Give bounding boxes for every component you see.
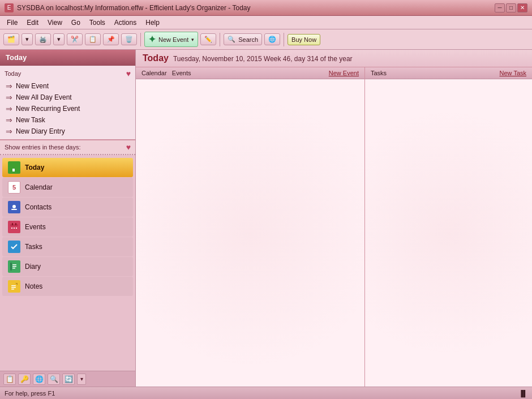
menu-file[interactable]: File	[2, 18, 22, 28]
toolbar-globe[interactable]: 🌐	[264, 33, 280, 45]
new-task-link[interactable]: New Task	[500, 70, 526, 76]
content-today-label: Today	[143, 53, 169, 63]
app-icon: E	[5, 3, 14, 12]
nav-items: Today 5 Calendar Contacts	[0, 155, 135, 371]
toolbar-delete[interactable]: 🗑️	[121, 33, 137, 45]
buy-now-button[interactable]: Buy Now	[288, 34, 320, 45]
sb-dropdown[interactable]: ▾	[77, 374, 86, 385]
heart-icon2: ♥	[126, 143, 131, 152]
sb-tool-2[interactable]: 🔑	[18, 374, 31, 385]
calendar-events-pane-header: Calendar Events New Event	[136, 67, 364, 79]
sidebar-header: Today	[0, 50, 135, 66]
calendar-nav-icon: 5	[8, 181, 20, 194]
svg-rect-22	[11, 287, 16, 288]
sb-tool-1[interactable]: 📋	[3, 374, 16, 385]
sb-tool-3[interactable]: 🌐	[33, 374, 45, 385]
nav-tasks[interactable]: Tasks	[2, 237, 133, 256]
calendar-nav-label: Calendar	[25, 183, 53, 191]
nav-events[interactable]: Events	[2, 217, 133, 237]
sidebar-header-label: Today	[6, 53, 27, 62]
show-entries-label: Show entries in these days:	[5, 144, 81, 151]
copy-icon: 📋	[89, 36, 97, 43]
new-event-arrow: ▾	[191, 37, 194, 42]
quick-link-new-recurring[interactable]: ⇒ New Recurring Event	[0, 103, 135, 114]
svg-rect-9	[15, 223, 16, 225]
search-icon: 🔍	[228, 36, 235, 43]
window-title: SYSDBA on localhost:My Information.effw …	[17, 4, 495, 12]
nav-calendar[interactable]: 5 Calendar	[2, 178, 133, 197]
menu-edit[interactable]: Edit	[22, 18, 43, 28]
close-button[interactable]: ✕	[517, 3, 527, 12]
quick-link-new-event-label: New Event	[16, 82, 49, 90]
svg-rect-7	[10, 224, 18, 226]
svg-marker-1	[10, 164, 18, 168]
status-right: ▐▌	[518, 390, 527, 397]
toolbar-edit-btn[interactable]: ✏️	[200, 33, 216, 45]
new-event-button[interactable]: ✦ New Event ▾	[144, 32, 198, 47]
content-date-info: Tuesday, November 10, 2015 Week 46, day …	[173, 55, 353, 63]
window-controls: ─ □ ✕	[495, 3, 527, 12]
svg-rect-10	[11, 228, 12, 229]
toolbar-print[interactable]: 🖨️	[35, 33, 51, 45]
contacts-nav-icon	[8, 201, 20, 213]
new-event-link[interactable]: New Event	[329, 70, 359, 76]
calendar-events-body	[136, 79, 364, 387]
arrow-new-task: ⇒	[6, 115, 12, 125]
heart-icon: ♥	[126, 69, 131, 78]
toolbar-cut[interactable]: ✂️	[67, 33, 83, 45]
print-icon: 🖨️	[39, 36, 47, 43]
menu-view[interactable]: View	[43, 18, 67, 28]
diary-nav-label: Diary	[25, 263, 41, 271]
svg-rect-18	[12, 268, 15, 269]
nav-diary[interactable]: Diary	[2, 257, 133, 276]
cut-icon: ✂️	[71, 36, 79, 43]
menu-actions[interactable]: Actions	[110, 18, 141, 28]
tasks-body	[365, 79, 532, 387]
nav-today[interactable]: Today	[2, 158, 133, 177]
quick-links-header: Today ♥	[0, 68, 135, 80]
search-button[interactable]: 🔍 Search	[224, 33, 262, 45]
search-label: Search	[238, 36, 258, 43]
quick-link-new-all-day[interactable]: ⇒ New All Day Event	[0, 92, 135, 103]
toolbar-separator2	[220, 33, 220, 46]
svg-rect-11	[14, 228, 15, 229]
sb-tool-4[interactable]: 🔍	[48, 374, 60, 385]
back-icon: 🗂️	[7, 36, 15, 43]
dropdown2-icon: ▾	[57, 36, 61, 43]
quick-link-new-diary-label: New Diary Entry	[16, 127, 65, 135]
svg-rect-21	[11, 285, 16, 286]
contacts-nav-label: Contacts	[25, 203, 52, 211]
menu-help[interactable]: Help	[141, 18, 164, 28]
status-bar: For help, press F1 ▐▌	[0, 387, 532, 399]
arrow-new-all-day: ⇒	[6, 93, 12, 102]
maximize-button[interactable]: □	[506, 3, 516, 12]
nav-notes[interactable]: Notes	[2, 277, 133, 296]
arrow-new-diary: ⇒	[6, 127, 12, 136]
toolbar-dropdown2[interactable]: ▾	[53, 33, 65, 45]
delete-icon: 🗑️	[125, 36, 133, 43]
toolbar-separator1	[140, 33, 141, 46]
nav-contacts[interactable]: Contacts	[2, 198, 133, 217]
tasks-label: Tasks	[371, 70, 387, 76]
minimize-button[interactable]: ─	[495, 3, 505, 12]
sb-tool-5[interactable]: 🔄	[62, 374, 75, 385]
svg-rect-23	[11, 289, 14, 290]
svg-rect-5	[11, 209, 17, 210]
menu-go[interactable]: Go	[67, 18, 85, 28]
svg-rect-8	[12, 223, 13, 225]
toolbar-copy[interactable]: 📋	[85, 33, 101, 45]
today-nav-label: Today	[25, 164, 44, 171]
events-nav-label: Events	[25, 223, 46, 231]
svg-rect-15	[10, 263, 12, 271]
quick-link-new-task-label: New Task	[16, 116, 45, 124]
toolbar-paste[interactable]: 📌	[103, 33, 119, 45]
notes-nav-icon	[8, 280, 20, 293]
quick-link-new-task[interactable]: ⇒ New Task	[0, 114, 135, 126]
toolbar-back-button[interactable]: 🗂️	[3, 33, 19, 45]
toolbar-dropdown1[interactable]: ▾	[22, 33, 33, 45]
status-help-text: For help, press F1	[5, 390, 55, 397]
quick-link-new-event[interactable]: ⇒ New Event	[0, 80, 135, 92]
today-quick-label: Today	[5, 70, 21, 77]
menu-tools[interactable]: Tools	[85, 18, 110, 28]
quick-link-new-diary[interactable]: ⇒ New Diary Entry	[0, 126, 135, 137]
